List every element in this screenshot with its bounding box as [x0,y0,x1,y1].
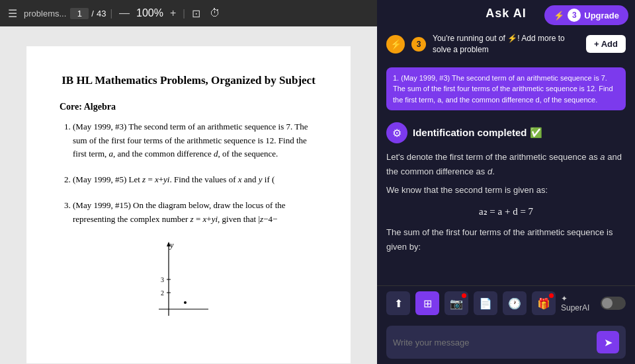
ai-para-1: Let's denote the first term of the arith… [386,150,626,179]
math-equation-1: a₂ = a + d = 7 [386,205,626,217]
ai-input-area: ➤ [377,320,635,364]
ai-notification-bar: ⚡ 3 You're running out of ⚡! Add more to… [377,26,635,62]
clock-button[interactable]: 🕐 [503,291,527,315]
graph-svg: y 3 2 [155,240,222,319]
history-button[interactable]: ⏱ [207,6,223,20]
ai-para-3: The sum of the first four terms of the a… [386,225,626,254]
file-tool-wrapper: 📄 [474,291,497,315]
file-title: problems... [24,9,66,18]
ai-icon: ⚙ [386,122,407,143]
pdf-panel: IB HL Mathematics Problems, Organized by… [0,26,377,364]
lightning-badge: ⚡ [386,35,405,54]
file-button[interactable]: 📄 [474,291,497,315]
svg-text:3: 3 [161,276,164,283]
camera-red-dot [462,293,466,298]
upload-button[interactable]: ⬆ [386,291,410,315]
notification-badge: 3 [411,37,426,52]
send-button[interactable]: ➤ [597,331,619,353]
ai-para-2: We know that the second term is given as… [386,183,626,198]
gift-red-dot [549,293,554,298]
upgrade-button[interactable]: ⚡ 3 Upgrade [544,5,628,25]
superai-label: ✦ SuperAI [561,294,597,312]
question-bubble: 1. (May 1999, #3) The second term of an … [386,67,626,111]
list-item: (May 1999, #5) Let z = x+yi. Find the va… [73,173,318,187]
page-indicator: / 43 [70,8,106,19]
toolbar-left: ☰ problems... / 43 | — 100% + | ⊡ ⏱ [5,6,223,21]
crop-button[interactable]: ⊞ [415,291,439,315]
svg-text:2: 2 [161,289,164,297]
svg-point-8 [184,301,187,304]
ai-message-header: ⚙ Identification completed ✅ [386,122,626,143]
clock-tool-wrapper: 🕐 [503,291,527,315]
gift-tool-wrapper: 🎁 [532,291,556,315]
pdf-title: IB HL Mathematics Problems, Organized by… [60,73,318,89]
ask-ai-title: Ask AI [486,7,526,20]
upgrade-label: Upgrade [584,11,619,20]
superai-toggle[interactable]: ✦ SuperAI [561,294,626,312]
list-item: (May 1999, #3) The second term of an ari… [73,120,318,161]
upload-tool-wrapper: ⬆ [386,291,410,315]
running-out-text: You're running out of ⚡! Add more to sol… [433,33,579,55]
separator-1: | [110,8,112,18]
list-item: (May 1999, #15) On the diagram below, dr… [73,199,318,227]
zoom-minus-button[interactable]: — [116,6,132,20]
ai-response-area: ⚙ Identification completed ✅ Let's denot… [377,116,635,285]
ai-panel: ⚡ 3 You're running out of ⚡! Add more to… [377,26,635,364]
pdf-problems: (May 1999, #3) The second term of an ari… [60,120,318,227]
pdf-section: Core: Algebra [60,102,318,112]
add-credits-button[interactable]: + Add [586,35,626,53]
ai-input-row: ➤ [386,326,626,359]
separator-2: | [183,8,185,18]
zoom-plus-button[interactable]: + [167,6,179,20]
main-content: IB HL Mathematics Problems, Organized by… [0,26,635,364]
top-toolbar: ☰ problems... / 43 | — 100% + | ⊡ ⏱ ⬇ 🖨 … [0,0,635,26]
zoom-value: 100% [136,7,163,19]
crop-tool-wrapper: ⊞ [415,291,439,315]
menu-icon[interactable]: ☰ [5,6,20,21]
svg-text:y: y [169,240,174,250]
ai-bottom-toolbar: ⬆ ⊞ 📷 📄 🕐 🎁 [377,285,635,320]
page-number-input[interactable] [70,8,89,19]
toggle-knob [602,298,613,309]
upgrade-badge: 3 [568,9,581,22]
page-separator: / [91,9,94,18]
coordinate-graph: y 3 2 [60,240,318,319]
fit-page-button[interactable]: ⊡ [189,6,203,21]
message-input[interactable] [393,338,591,347]
camera-tool-wrapper: 📷 [444,291,468,315]
pdf-page: IB HL Mathematics Problems, Organized by… [26,46,351,363]
identification-title: Identification completed ✅ [413,127,542,139]
page-total: 43 [97,9,106,18]
superai-switch[interactable] [601,297,626,310]
ask-ai-header: Ask AI ⚡ 3 Upgrade [377,0,635,26]
ai-content: Let's denote the first term of the arith… [386,150,626,254]
lightning-icon: ⚡ [554,11,564,20]
